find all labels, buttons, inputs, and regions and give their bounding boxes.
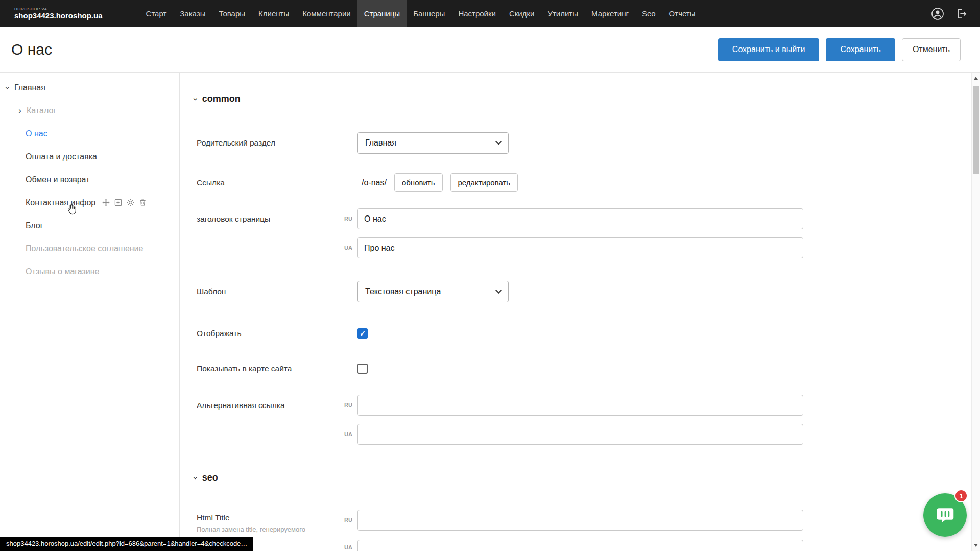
nav-item[interactable]: Отчеты [662, 0, 702, 27]
lang-ua-badge: UA [342, 237, 354, 258]
chat-unread-badge: 1 [954, 489, 968, 502]
brand-version: HOROSHOP V4 [14, 7, 103, 11]
tree-item[interactable]: Оплата и доставка [0, 145, 179, 168]
alt-link-ua-input[interactable] [357, 424, 803, 445]
parent-section-value: Главная [365, 138, 396, 148]
alt-link-ru-input[interactable] [357, 395, 803, 416]
nav-item[interactable]: Скидки [503, 0, 541, 27]
nav-item[interactable]: Заказы [173, 0, 212, 27]
page-title: О нас [11, 41, 52, 58]
alt-link-label: Альтернативная ссылка [197, 395, 285, 416]
add-icon[interactable] [114, 199, 122, 206]
chevron-down-icon: › [190, 98, 201, 101]
nav-item[interactable]: Баннеры [407, 0, 451, 27]
lang-ru-badge: RU [342, 510, 354, 531]
display-checkbox[interactable]: ✓ [357, 328, 368, 339]
chat-launcher[interactable]: 1 [923, 493, 967, 537]
link-value: /o-nas/ [362, 178, 387, 187]
check-icon: ✓ [360, 329, 366, 338]
tree-item-label: Отзывы о магазине [26, 267, 100, 276]
lang-ru-badge: RU [342, 208, 354, 229]
save-button[interactable]: Сохранить [826, 38, 895, 61]
cancel-button[interactable]: Отменить [902, 38, 961, 61]
template-select[interactable]: Текстовая страница [357, 281, 509, 302]
settings-icon[interactable] [127, 199, 134, 206]
html-title-label: Html Title [197, 513, 230, 522]
brand-domain: shop34423.horoshop.ua [14, 12, 103, 20]
sitemap-label: Показывать в карте сайта [197, 362, 292, 375]
tree-item-label: Каталог [27, 106, 56, 115]
link-refresh-button[interactable]: обновить [394, 173, 443, 192]
page-title-ua-input[interactable] [357, 237, 803, 258]
brand-logo[interactable]: HOROSHOP V4 shop34423.horoshop.ua [14, 7, 103, 20]
chat-icon [935, 505, 955, 525]
tree-item-label: Блог [26, 221, 43, 230]
nav-item[interactable]: Утилиты [541, 0, 585, 27]
chevron-right-icon[interactable]: › [16, 106, 23, 116]
tree-item[interactable]: Отзывы о магазине [0, 260, 179, 283]
page-form: › common Родительский раздел Главная Ссы… [180, 73, 971, 551]
template-label: Шаблон [197, 281, 226, 302]
lang-ua-badge: UA [342, 544, 354, 551]
user-account-icon[interactable] [931, 7, 944, 20]
nav-item[interactable]: Комментарии [296, 0, 357, 27]
move-icon[interactable] [102, 199, 110, 206]
chevron-down-icon: › [190, 476, 201, 480]
section-common[interactable]: › common [194, 93, 241, 104]
select-chevron-icon [495, 287, 502, 294]
section-common-label: common [202, 93, 241, 104]
parent-section-label: Родительский раздел [197, 132, 275, 154]
chevron-down-icon[interactable]: › [3, 84, 13, 91]
nav-item[interactable]: Страницы [357, 0, 407, 27]
tree-item[interactable]: ›Каталог [0, 99, 179, 122]
topnav-items: СтартЗаказыТоварыКлиентыКомментарииСтран… [139, 0, 702, 27]
tree-item[interactable]: Пользовательское соглашение [0, 237, 179, 260]
tree-item-label: Контактная инфор [26, 198, 95, 207]
topnav-right [931, 7, 968, 20]
tree-item-label: Обмен и возврат [26, 175, 89, 184]
nav-item[interactable]: Клиенты [252, 0, 296, 27]
vertical-scrollbar[interactable] [971, 73, 980, 551]
tree-item[interactable]: ›Главная [0, 76, 179, 99]
nav-item[interactable]: Настройки [451, 0, 503, 27]
delete-icon[interactable] [139, 199, 147, 206]
tree-item-label: О нас [26, 129, 47, 138]
link-row: /o-nas/ обновить редактировать [362, 173, 518, 192]
pages-tree: ›Главная›КаталогО насОплата и доставкаОб… [0, 73, 180, 551]
nav-item[interactable]: Маркетинг [585, 0, 635, 27]
nav-item[interactable]: Товары [212, 0, 252, 27]
status-url-tooltip: shop34423.horoshop.ua/edit/edit.php?id=6… [0, 537, 253, 551]
html-title-ru-input[interactable] [357, 510, 803, 531]
save-and-exit-button[interactable]: Сохранить и выйти [718, 38, 820, 61]
horoshop-admin-window: HOROSHOP V4 shop34423.horoshop.ua СтартЗ… [0, 0, 980, 551]
top-navigation: HOROSHOP V4 shop34423.horoshop.ua СтартЗ… [0, 0, 980, 27]
section-seo[interactable]: › seo [194, 472, 218, 483]
tree-item[interactable]: Контактная инфор [0, 191, 179, 214]
select-chevron-icon [495, 138, 502, 145]
tree-item-label: Оплата и доставка [26, 152, 97, 161]
page-title-ru-input[interactable] [357, 208, 803, 229]
scrollbar-thumb[interactable] [973, 86, 979, 174]
tree-item-label: Главная [14, 83, 45, 92]
header-actions: Сохранить и выйти Сохранить Отменить [718, 38, 961, 61]
page-title-field-label: заголовок страницы [197, 208, 270, 229]
link-edit-button[interactable]: редактировать [450, 173, 518, 192]
html-title-hint: Полная замена title, генерируемого [197, 525, 305, 533]
page-header: О нас Сохранить и выйти Сохранить Отмени… [0, 27, 980, 73]
display-label: Отображать [197, 327, 242, 340]
parent-section-select[interactable]: Главная [357, 132, 509, 154]
nav-item[interactable]: Старт [139, 0, 174, 27]
nav-item[interactable]: Seo [635, 0, 662, 27]
scrollbar-up-icon[interactable] [974, 77, 978, 80]
tree-item-actions [102, 199, 147, 206]
logout-icon[interactable] [954, 7, 968, 20]
scrollbar-down-icon[interactable] [974, 544, 978, 547]
sitemap-checkbox[interactable]: ✓ [357, 364, 368, 374]
link-label: Ссылка [197, 173, 225, 192]
tree-item[interactable]: Обмен и возврат [0, 168, 179, 191]
html-title-ua-input[interactable] [357, 540, 803, 551]
tree-item[interactable]: Блог [0, 214, 179, 237]
tree-item[interactable]: О нас [0, 122, 179, 145]
tree-item-label: Пользовательское соглашение [26, 244, 143, 253]
lang-ru-badge: RU [342, 395, 354, 416]
